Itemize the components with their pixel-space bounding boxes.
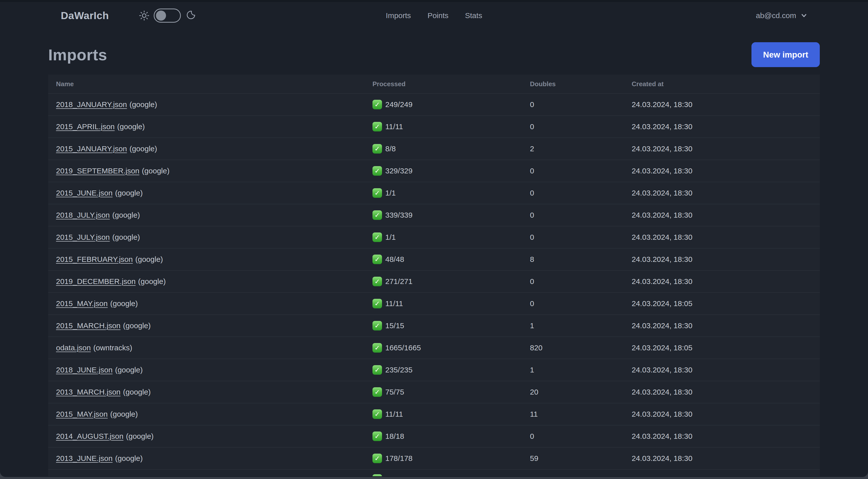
- theme-toggle-knob: [156, 10, 166, 21]
- nav-link-stats[interactable]: Stats: [465, 11, 482, 20]
- check-glyph: ✓: [374, 389, 380, 395]
- import-file-link[interactable]: 2014_AUGUST.json: [56, 432, 123, 440]
- import-source: (google): [112, 233, 140, 241]
- check-icon: ✓: [372, 144, 382, 154]
- check-icon: ✓: [372, 299, 382, 308]
- import-source: (google): [129, 145, 157, 153]
- processed-count: 235/235: [385, 366, 412, 374]
- brand-logo[interactable]: DaWarIch: [61, 10, 109, 22]
- check-icon: ✓: [372, 188, 382, 198]
- import-file-link[interactable]: 2015_JULY.json: [56, 233, 110, 241]
- import-file-link[interactable]: 2015_JUNE.json: [56, 189, 113, 197]
- check-glyph: ✓: [374, 212, 380, 218]
- import-file-link[interactable]: 2018_JULY.json: [56, 211, 110, 219]
- table-row: 2015_MAY.json(google) ✓ 11/11 11 24.03.2…: [48, 403, 820, 425]
- doubles-count: 0: [530, 299, 632, 308]
- import-file-link[interactable]: 2015_MARCH.json: [56, 322, 121, 330]
- processed-count: 11/11: [385, 299, 403, 308]
- table-row: 2013_JUNE.json(google) ✓ 178/178 59 24.0…: [48, 447, 820, 469]
- import-source: (google): [110, 410, 138, 418]
- table-header-row: Name Processed Doubles Created at: [48, 74, 820, 93]
- import-source: (google): [126, 432, 153, 440]
- processed-cell: ✓ 75/75: [372, 387, 530, 397]
- column-header-created-at: Created at: [632, 80, 820, 88]
- page-head: Imports New import: [48, 42, 820, 67]
- import-source: (google): [138, 277, 166, 286]
- processed-cell: ✓ 329/329: [372, 166, 530, 176]
- processed-count: 271/271: [385, 277, 412, 286]
- user-menu[interactable]: ab@cd.com: [756, 11, 808, 20]
- import-file-link[interactable]: 2019_DECEMBER.json: [56, 277, 135, 286]
- table-row: 2015_MAY.json(google) ✓ 11/11 0 24.03.20…: [48, 292, 820, 315]
- import-source: (google): [129, 100, 157, 109]
- imports-table: Name Processed Doubles Created at 2018_J…: [48, 74, 820, 476]
- nav-link-imports[interactable]: Imports: [386, 11, 411, 20]
- processed-cell: ✓ 18/18: [372, 431, 530, 441]
- import-file-link[interactable]: 2018_JANUARY.json: [56, 100, 127, 109]
- name-cell: odata.json(owntracks): [56, 343, 372, 352]
- doubles-count: 1: [530, 322, 632, 330]
- import-source: (google): [117, 122, 145, 131]
- import-file-link[interactable]: 2015_MAY.json: [56, 410, 108, 418]
- column-header-doubles: Doubles: [530, 80, 632, 88]
- check-glyph: ✓: [374, 476, 380, 476]
- name-cell: 2013_MARCH.json(google): [56, 388, 372, 396]
- navbar: DaWarIch: [0, 2, 868, 29]
- name-cell: 2015_JULY.json(google): [56, 233, 372, 241]
- import-source: (google): [123, 322, 151, 330]
- processed-count: 249/249: [385, 100, 412, 109]
- processed-cell: ✓ 339/339: [372, 210, 530, 220]
- created-at: 24.03.2024, 18:30: [632, 211, 820, 219]
- import-file-link[interactable]: 2015_APRIL.json: [56, 122, 115, 131]
- check-icon: ✓: [372, 431, 382, 441]
- doubles-count: 0: [530, 277, 632, 286]
- check-icon: ✓: [372, 277, 382, 286]
- check-glyph: ✓: [374, 278, 380, 285]
- check-icon: ✓: [372, 166, 382, 176]
- import-file-link[interactable]: odata.json: [56, 343, 91, 352]
- table-body: 2018_JANUARY.json(google) ✓ 249/249 0 24…: [48, 93, 820, 469]
- column-header-name: Name: [56, 80, 372, 88]
- check-icon: ✓: [372, 409, 382, 419]
- processed-count: 1/1: [385, 233, 396, 241]
- check-icon: ✓: [372, 100, 382, 109]
- processed-cell: ✓ 11/11: [372, 122, 530, 131]
- check-icon: ✓: [372, 255, 382, 264]
- import-file-link[interactable]: 2019_SEPTEMBER.json: [56, 167, 140, 175]
- created-at: 24.03.2024, 18:30: [632, 366, 820, 374]
- check-icon: ✓: [372, 122, 382, 131]
- import-file-link[interactable]: 2015_MAY.json: [56, 299, 108, 308]
- name-cell: 2015_APRIL.json(google): [56, 122, 372, 131]
- check-glyph: ✓: [374, 101, 380, 108]
- user-email: ab@cd.com: [756, 11, 796, 20]
- doubles-count: 0: [530, 122, 632, 131]
- doubles-count: 0: [530, 189, 632, 197]
- check-glyph: ✓: [374, 146, 380, 152]
- import-file-link[interactable]: 2018_JUNE.json: [56, 366, 113, 374]
- processed-count: 339/339: [385, 211, 412, 219]
- theme-toggle[interactable]: [154, 8, 181, 23]
- processed-count: 1/1: [385, 189, 396, 197]
- check-glyph: ✓: [374, 345, 380, 351]
- sun-icon: [138, 10, 150, 21]
- doubles-count: 59: [530, 454, 632, 463]
- new-import-button[interactable]: New import: [751, 42, 820, 67]
- import-file-link[interactable]: 2013_MARCH.json: [56, 388, 121, 396]
- import-file-link[interactable]: 2015_FEBRUARY.json: [56, 255, 133, 263]
- page-title: Imports: [48, 46, 107, 64]
- doubles-count: 0: [530, 211, 632, 219]
- check-icon: ✓: [372, 474, 382, 476]
- nav-link-points[interactable]: Points: [428, 11, 448, 20]
- created-at: 24.03.2024, 18:30: [632, 233, 820, 241]
- import-file-link[interactable]: 2015_JANUARY.json: [56, 145, 127, 153]
- table-row: odata.json(owntracks) ✓ 1665/1665 820 24…: [48, 336, 820, 359]
- chevron-down-icon: [800, 12, 808, 19]
- table-row: 2015_JANUARY.json(google) ✓ 8/8 2 24.03.…: [48, 138, 820, 159]
- name-cell: 2013_JUNE.json(google): [56, 454, 372, 463]
- created-at: 24.03.2024, 18:30: [632, 432, 820, 441]
- import-source: (google): [115, 366, 143, 374]
- created-at: 24.03.2024, 18:30: [632, 388, 820, 396]
- main-content: Imports New import Name Processed Double…: [0, 42, 868, 476]
- doubles-count: 2: [530, 145, 632, 153]
- import-file-link[interactable]: 2013_JUNE.json: [56, 454, 113, 462]
